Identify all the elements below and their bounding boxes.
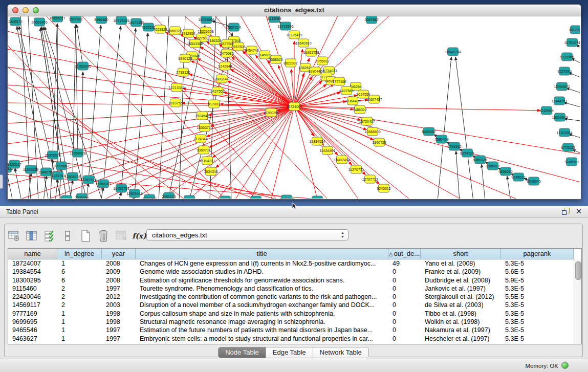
table-row[interactable]: 977716911998Corpus callosum shape and si… (8, 310, 581, 318)
table-cell: Estimation of significance thresholds fo… (136, 276, 388, 285)
vertical-scrollbar[interactable] (574, 259, 581, 344)
graph-node-label: 2718126 (176, 71, 190, 74)
column-header-name[interactable]: name (8, 249, 57, 259)
table-cell: 9777169 (8, 310, 57, 318)
show-columns-icon[interactable] (26, 230, 38, 242)
table-settings-icon[interactable] (8, 230, 20, 242)
graph-node-label: 16543382 (187, 42, 203, 46)
graph-node-label: 2045013 (279, 198, 293, 199)
table-cell: 0 (388, 318, 421, 326)
table-cell: 6 (57, 268, 102, 276)
graph-node-label: 16492494 (334, 158, 350, 162)
graph-node-label: 11156829 (23, 168, 38, 171)
column-header-pagerank[interactable]: pagerank (501, 249, 574, 259)
graph-node-label: 9360731 (197, 148, 210, 152)
table-cell: Changes of HCN gene expression and I(f) … (136, 259, 388, 268)
table-row[interactable]: 1830029562008Estimation of significance … (8, 276, 581, 285)
graph-node-label: 9245012 (377, 187, 390, 190)
graph-node-label: 17103054 (556, 131, 572, 135)
graph-node-label: 8186328 (207, 39, 221, 42)
red-edge (8, 131, 276, 199)
mouse-cursor (292, 202, 298, 210)
memory-status-label: Memory: OK (525, 363, 558, 369)
scrollbar-thumb[interactable] (575, 261, 581, 280)
select-all-icon[interactable] (43, 230, 56, 242)
table-row[interactable]: 1938455462009Genome-wide association stu… (8, 268, 581, 276)
table-panel: Table Panel ✕ (0, 206, 588, 359)
table-cell: Tourette syndrome. Phenomenology and cla… (136, 285, 388, 293)
tab-network-table[interactable]: Network Table (313, 347, 368, 358)
tab-edge-table[interactable]: Edge Table (266, 347, 313, 358)
graph-node-label: 30975887 (53, 164, 69, 168)
close-panel-icon[interactable]: ✕ (576, 208, 582, 215)
table-row[interactable]: 946362711997Embryonic stem cells: a mode… (8, 335, 581, 343)
black-edge (569, 73, 580, 77)
table-tabs: Node TableEdge TableNetwork Table (5, 347, 582, 358)
black-edge (28, 173, 31, 199)
graph-node-label: 20206576 (45, 154, 60, 157)
tab-node-table[interactable]: Node Table (219, 347, 266, 358)
column-header-out_de[interactable]: △out_de... (388, 249, 421, 259)
window-titlebar[interactable]: citations_edges.txt (8, 5, 581, 16)
table-row[interactable]: 1872400712008Changes of HCN gene express… (8, 259, 581, 268)
table-cell: 2 (57, 285, 102, 293)
table-cell: Corpus callosum shape and size in male p… (136, 310, 388, 318)
table-row[interactable]: 969969511998Structural magnetic resonanc… (8, 318, 581, 326)
graph-node-label: 11451914 (50, 174, 66, 178)
table-selector-dropdown[interactable]: citations_edges.txt ▲▼ (146, 229, 349, 240)
table-row[interactable]: 1456911722003Disruption of a novel membe… (8, 301, 581, 309)
graph-node-label: 20691406 (31, 20, 47, 24)
table-cell: 5.6E-5 (501, 268, 574, 276)
table-cell: 9463627 (8, 335, 57, 343)
column-header-in_degree[interactable]: in_degree (57, 249, 102, 259)
black-edge (8, 172, 13, 199)
graph-node-label: 16961758 (303, 51, 319, 54)
table-cell: 14569117 (8, 301, 57, 309)
graph-node-label: 7124345 (193, 137, 207, 141)
graph-node-label: 12923448 (126, 192, 142, 195)
column-header-year[interactable]: year (102, 249, 136, 259)
table-row[interactable]: 2242004622012Investigating the contribut… (8, 293, 581, 301)
graph-node-label: 15720407 (359, 120, 375, 123)
collapsed-panel-handle[interactable] (0, 174, 3, 189)
graph-node-label: 6497568 (339, 89, 353, 93)
graph-node-label: 2803144 (214, 77, 228, 81)
graph-node-label: 8813054 (267, 17, 281, 20)
column-header-short[interactable]: short (421, 249, 501, 259)
red-edge (8, 67, 294, 106)
table-cell: 19384554 (8, 268, 57, 276)
graph-node-label: 1095812 (486, 164, 499, 168)
graph-node-label: 12444151 (551, 99, 567, 103)
red-edge (294, 106, 409, 199)
column-header-title[interactable]: title (136, 249, 388, 259)
table-cell: 2009 (102, 268, 136, 276)
graph-node-label: 10607487 (366, 98, 382, 101)
graph-node-label: 3475685 (220, 52, 233, 55)
graph-node-label: 12093872 (554, 85, 570, 89)
memory-status-indicator[interactable] (561, 362, 569, 369)
table-cell: Genome-wide association studies in ADHD. (136, 268, 388, 276)
float-panel-icon[interactable] (562, 208, 570, 215)
graph-node-label: 7663822 (153, 28, 167, 31)
function-builder-icon[interactable]: f(x) (133, 230, 145, 242)
graph-node-label: 7486322 (353, 108, 366, 112)
red-edge (294, 106, 580, 182)
graph-node-label: 1990446 (308, 70, 322, 73)
graph-node-label: 7634345 (204, 170, 217, 173)
graph-node-label: 2687682 (364, 18, 378, 21)
graph-node-label: 12213349 (168, 86, 184, 90)
table-cell: Dudbridge et al. (2008) (421, 276, 501, 285)
graph-node-label: 16104317 (199, 159, 215, 163)
network-canvas[interactable]: 1872400724055722069140610655227152760284… (8, 16, 580, 199)
table-row[interactable]: 946554611997Estimation of the future num… (8, 326, 581, 334)
table-cell: 2003 (102, 301, 136, 309)
new-table-icon[interactable] (79, 230, 92, 242)
table-cell: 2008 (102, 276, 136, 285)
table-row[interactable]: 911546021997Tourette syndrome. Phenomeno… (8, 285, 581, 293)
red-edge (227, 81, 294, 106)
table-cell: de Silva et al. (2003) (421, 301, 501, 309)
table-cell: 1 (57, 326, 102, 334)
delete-entries-icon[interactable] (97, 230, 110, 242)
row-height-icon[interactable] (61, 230, 74, 242)
black-edge (103, 26, 121, 184)
